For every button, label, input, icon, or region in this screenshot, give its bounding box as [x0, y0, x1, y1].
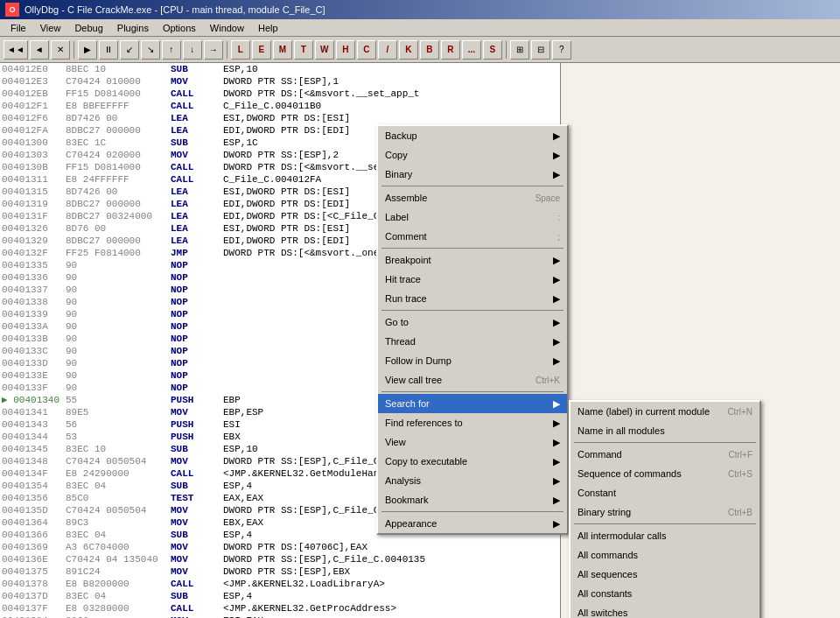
arrow-icon: ▶	[553, 317, 560, 328]
ctx-bookmark[interactable]: Bookmark ▶	[378, 490, 567, 509]
sub-name-all[interactable]: Name in all modules	[570, 421, 760, 440]
tb-sep-3	[506, 41, 507, 59]
ctx-analysis[interactable]: Analysis ▶	[378, 471, 567, 490]
tb-k-btn[interactable]: K	[399, 40, 418, 60]
ctx-overlay: Backup ▶ Copy ▶ Binary ▶ Assemble Space …	[0, 63, 840, 618]
ctx-comment[interactable]: Comment ;	[378, 227, 567, 246]
ctx-find-refs[interactable]: Find references to ▶	[378, 413, 567, 432]
menu-window[interactable]: Window	[203, 21, 251, 35]
sub-all-commands[interactable]: All commands	[570, 545, 760, 565]
ctx-view[interactable]: View ▶	[378, 432, 567, 452]
tb-r-btn[interactable]: R	[441, 40, 460, 60]
menu-file[interactable]: File	[4, 21, 33, 35]
menu-debug[interactable]: Debug	[67, 21, 109, 35]
sub-binary-str[interactable]: Binary string Ctrl+B	[570, 502, 760, 522]
tb-panel-btn[interactable]: ⊟	[531, 40, 550, 60]
ctx-copy[interactable]: Copy ▶	[378, 145, 567, 165]
arrow-icon: ▶	[553, 255, 560, 266]
tb-c-btn[interactable]: C	[357, 40, 376, 60]
ctx-sep	[382, 511, 564, 512]
arrow-icon: ▶	[553, 355, 560, 367]
tb-h-btn[interactable]: H	[336, 40, 355, 60]
ctx-sep	[382, 310, 564, 311]
arrow-icon: ▶	[553, 169, 560, 180]
ctx-binary[interactable]: Binary ▶	[378, 165, 567, 184]
tb-back-btn[interactable]: ◄◄	[4, 40, 28, 60]
ctx-assemble[interactable]: Assemble Space	[378, 188, 567, 207]
arrow-icon: ▶	[553, 418, 560, 429]
tb-stepin-btn[interactable]: ↙	[120, 40, 139, 60]
ctx-search-for[interactable]: Search for ▶	[378, 394, 567, 413]
menu-help[interactable]: Help	[251, 21, 285, 35]
title-text: OllyDbg - C File CrackMe.exe - [CPU - ma…	[24, 4, 326, 15]
sub-sep	[574, 442, 756, 443]
arrow-icon: ▶	[553, 518, 560, 530]
menu-plugins[interactable]: Plugins	[110, 21, 156, 35]
ctx-goto[interactable]: Go to ▶	[378, 313, 567, 332]
tb-s-btn[interactable]: S	[483, 40, 502, 60]
sub-name-current[interactable]: Name (label) in current module Ctrl+N	[570, 402, 760, 421]
arrow-icon: ▶	[553, 437, 560, 448]
sub-seq-commands[interactable]: Sequence of commands Ctrl+S	[570, 464, 760, 483]
ctx-label[interactable]: Label :	[378, 207, 567, 227]
tb-sep-2	[227, 41, 228, 59]
menu-options[interactable]: Options	[156, 21, 203, 35]
sub-all-constants[interactable]: All constants	[570, 584, 760, 603]
tb-stepover-btn[interactable]: ↘	[141, 40, 160, 60]
ctx-appearance[interactable]: Appearance ▶	[378, 514, 567, 533]
arrow-icon: ▶	[553, 274, 560, 285]
ctx-breakpoint[interactable]: Breakpoint ▶	[378, 250, 567, 270]
menu-view[interactable]: View	[33, 21, 68, 35]
sub-sep	[574, 523, 756, 524]
search-submenu[interactable]: Name (label) in current module Ctrl+N Na…	[569, 400, 761, 618]
titlebar: O OllyDbg - C File CrackMe.exe - [CPU - …	[0, 0, 840, 19]
context-menu[interactable]: Backup ▶ Copy ▶ Binary ▶ Assemble Space …	[376, 124, 569, 535]
tb-grid-btn[interactable]: ⊞	[510, 40, 529, 60]
arrow-icon: ▶	[553, 130, 560, 142]
sub-all-sequences[interactable]: All sequences	[570, 565, 760, 584]
sub-all-switches[interactable]: All switches	[570, 603, 760, 618]
tb-t-btn[interactable]: T	[294, 40, 313, 60]
arrow-icon: ▶	[553, 456, 560, 467]
toolbar: ◄◄ ◄ ✕ ▶ ⏸ ↙ ↘ ↑ ↓ → L E M T W H C / K B…	[0, 37, 840, 63]
arrow-icon: ▶	[553, 336, 560, 348]
app-icon: O	[5, 3, 19, 17]
sub-constant[interactable]: Constant	[570, 483, 760, 502]
main-area: 004012E08BEC 10SUBESP,10 004012E3C70424 …	[0, 63, 840, 618]
ctx-view-call-tree[interactable]: View call tree Ctrl+K	[378, 370, 567, 390]
arrow-icon: ▶	[553, 495, 560, 506]
tb-w-btn[interactable]: W	[315, 40, 334, 60]
sub-command[interactable]: Command Ctrl+F	[570, 445, 760, 464]
tb-b-btn[interactable]: B	[420, 40, 439, 60]
ctx-hit-trace[interactable]: Hit trace ▶	[378, 270, 567, 289]
tb-sep-1	[74, 41, 74, 59]
ctx-follow-dump[interactable]: Follow in Dump ▶	[378, 351, 567, 370]
ctx-thread[interactable]: Thread ▶	[378, 332, 567, 351]
menubar: File View Debug Plugins Options Window H…	[0, 19, 840, 37]
tb-e-btn[interactable]: E	[252, 40, 271, 60]
arrow-icon: ▶	[553, 475, 560, 487]
tb-pause-btn[interactable]: ⏸	[99, 40, 118, 60]
tb-help-btn[interactable]: ?	[552, 40, 571, 60]
tb-trace-btn[interactable]: →	[204, 40, 223, 60]
tb-m-btn[interactable]: M	[273, 40, 292, 60]
tb-prev-btn[interactable]: ◄	[30, 40, 49, 60]
ctx-run-trace[interactable]: Run trace ▶	[378, 289, 567, 308]
ctx-sep	[382, 391, 564, 392]
sub-all-intermodular[interactable]: All intermodular calls	[570, 526, 760, 545]
arrow-icon: ▶	[553, 293, 560, 305]
ctx-copy-exec[interactable]: Copy to executable ▶	[378, 452, 567, 471]
tb-l-btn[interactable]: L	[231, 40, 250, 60]
ctx-sep	[382, 248, 564, 249]
arrow-icon: ▶	[553, 150, 560, 161]
tb-close-btn[interactable]: ✕	[51, 40, 70, 60]
tb-animate-btn[interactable]: ↓	[183, 40, 202, 60]
ctx-sep	[382, 186, 564, 186]
arrow-icon: ▶	[553, 398, 560, 410]
ctx-backup[interactable]: Backup ▶	[378, 126, 567, 145]
tb-stepout-btn[interactable]: ↑	[162, 40, 181, 60]
tb-dots-btn[interactable]: ...	[462, 40, 481, 60]
tb-run-btn[interactable]: ▶	[78, 40, 97, 60]
tb-slash-btn[interactable]: /	[378, 40, 397, 60]
